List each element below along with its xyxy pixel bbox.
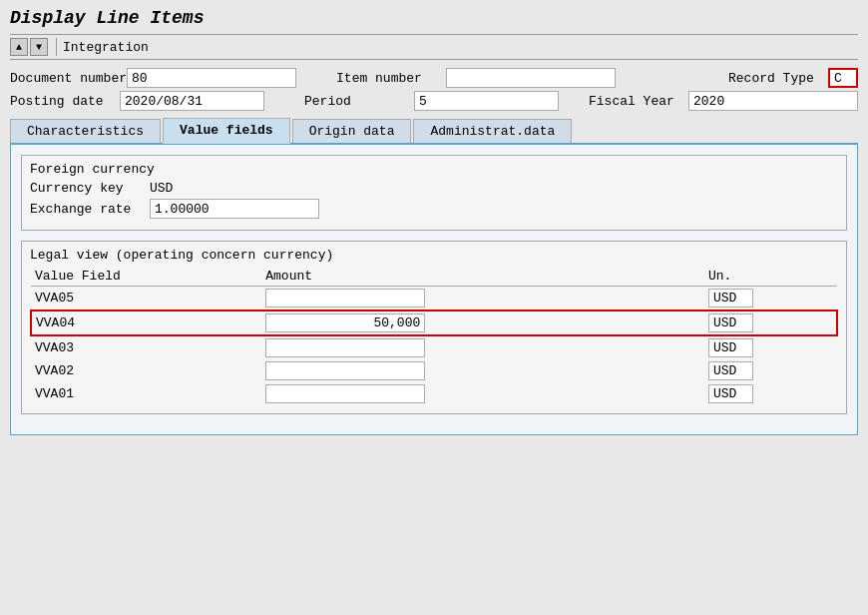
cell-field: VVA02 [31,359,261,382]
page-title: Display Line Items [10,8,858,28]
up-button[interactable]: ▲ [10,38,28,56]
table-row: VVA02 [31,359,837,382]
cell-unit [704,359,837,382]
item-number-input[interactable] [446,68,616,88]
cell-field: VVA01 [31,382,261,405]
cell-amount [261,335,704,359]
cell-field: VVA03 [31,335,261,359]
tab-administrat-data[interactable]: Administrat.data [413,119,572,143]
legal-view-title: Legal view (operating concern currency) [30,248,838,263]
cell-amount [261,287,704,311]
tab-content: Foreign currency Currency key USD Exchan… [10,145,858,435]
record-type-value: C [828,68,858,88]
tab-origin-data[interactable]: Origin data [292,119,412,143]
unit-input[interactable] [708,313,753,332]
period-label: Period [304,94,414,109]
amount-input[interactable] [265,361,425,380]
record-type-label: Record Type [728,71,828,86]
cell-amount [261,382,704,405]
cell-unit [704,310,837,335]
integration-label: Integration [63,40,149,55]
unit-input[interactable] [708,289,753,308]
exchange-rate-input[interactable] [150,199,319,219]
foreign-currency-title: Foreign currency [30,162,838,177]
toolbar-separator [56,38,57,56]
table-row: VVA04 [31,310,837,335]
right-section-2: Fiscal Year [559,91,858,111]
form-row-2: Posting date Period Fiscal Year [10,91,858,111]
fiscal-year-input[interactable] [688,91,858,111]
item-number-label: Item number [336,71,446,86]
amount-input[interactable] [265,289,425,308]
cell-unit [704,382,837,405]
posting-date-input[interactable] [120,91,264,111]
amount-input[interactable] [265,384,425,403]
toolbar: ▲ ▼ Integration [10,34,858,60]
col-value-field: Value Field [31,267,261,287]
foreign-currency-section: Foreign currency Currency key USD Exchan… [21,155,847,231]
amount-input[interactable] [265,313,425,332]
legal-view-table: Value Field Amount Un. VVA05VVA04VVA03VV… [30,267,838,405]
document-number-input[interactable] [127,68,296,88]
record-type-group: Record Type C [728,68,858,88]
fiscal-year-label: Fiscal Year [589,94,688,109]
unit-input[interactable] [708,338,753,357]
amount-input[interactable] [265,338,425,357]
cell-field: VVA04 [31,310,261,335]
document-number-label: Document number [10,71,127,86]
tab-value-fields[interactable]: Value fields [163,118,290,144]
form-row-1: Document number Item number Record Type … [10,68,858,88]
table-row: VVA05 [31,287,837,311]
down-button[interactable]: ▼ [30,38,48,56]
cell-unit [704,287,837,311]
currency-key-value: USD [150,181,173,196]
col-unit: Un. [704,267,837,287]
exchange-rate-row: Exchange rate [30,199,838,219]
tabs-container: Characteristics Value fields Origin data… [10,117,858,145]
cell-field: VVA05 [31,287,261,311]
cell-amount [261,359,704,382]
posting-date-label: Posting date [10,94,120,109]
cell-amount [261,310,704,335]
table-row: VVA01 [31,382,837,405]
currency-key-row: Currency key USD [30,181,838,196]
table-header: Value Field Amount Un. [31,267,837,287]
period-input[interactable] [414,91,559,111]
unit-input[interactable] [708,361,753,380]
right-section-1: Record Type C [698,68,858,88]
form-section: Document number Item number Record Type … [10,68,858,111]
table-row: VVA03 [31,335,837,359]
fiscal-year-group: Fiscal Year [589,91,858,111]
legal-view-section: Legal view (operating concern currency) … [21,241,847,414]
unit-input[interactable] [708,384,753,403]
currency-key-label: Currency key [30,181,150,196]
exchange-rate-label: Exchange rate [30,202,150,217]
col-amount: Amount [261,267,704,287]
tab-characteristics[interactable]: Characteristics [10,119,161,143]
cell-unit [704,335,837,359]
